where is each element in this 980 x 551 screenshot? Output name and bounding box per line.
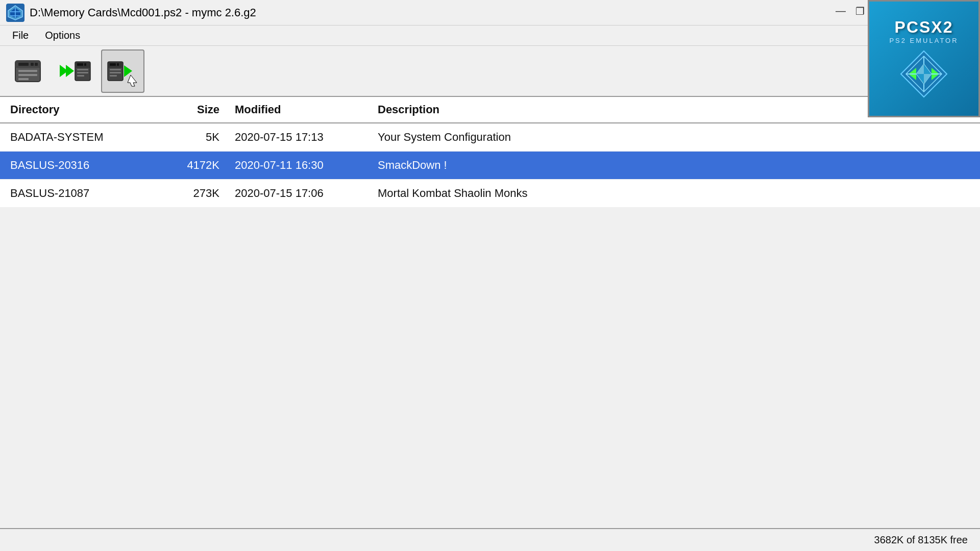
svg-rect-31	[77, 69, 88, 70]
svg-rect-36	[110, 63, 116, 66]
svg-marker-26	[66, 65, 74, 77]
svg-rect-24	[18, 78, 29, 80]
svg-rect-30	[84, 63, 86, 66]
table-body: BADATA-SYSTEM 5K 2020-07-15 17:13 Your S…	[0, 123, 980, 208]
row-modified: 2020-07-15 17:13	[235, 131, 378, 144]
pcsx2-title: PCSX2	[895, 18, 953, 37]
svg-rect-33	[77, 75, 84, 77]
col-header-modified: Modified	[235, 103, 378, 116]
col-header-directory: Directory	[10, 103, 174, 116]
row-description: SmackDown !	[378, 159, 970, 172]
restore-button[interactable]: ❐	[852, 5, 868, 17]
free-space-label: 3682K of 8135K free	[874, 534, 968, 546]
svg-rect-39	[110, 72, 121, 73]
table-headers: Directory Size Modified Description	[0, 97, 980, 123]
export-save-button[interactable]	[101, 49, 144, 93]
menu-bar: File Options	[0, 26, 980, 46]
svg-rect-38	[110, 69, 121, 70]
svg-rect-21	[35, 63, 38, 66]
export-icon	[106, 55, 139, 88]
svg-rect-32	[77, 72, 88, 73]
row-modified: 2020-07-15 17:06	[235, 187, 378, 200]
row-directory: BASLUS-20316	[10, 159, 174, 172]
row-directory: BADATA-SYSTEM	[10, 131, 174, 144]
row-description: Your System Configuration	[378, 131, 970, 144]
row-size: 4172K	[174, 159, 235, 172]
pcsx2-subtitle: PS2 EMULATOR	[889, 37, 958, 44]
table-row[interactable]: BASLUS-20316 4172K 2020-07-11 16:30 Smac…	[0, 152, 980, 180]
table-row[interactable]: BADATA-SYSTEM 5K 2020-07-15 17:13 Your S…	[0, 123, 980, 152]
window-title: D:\Memory Cards\Mcd001.ps2 - mymc 2.6.g2	[30, 6, 974, 19]
import-save-button[interactable]	[54, 49, 97, 93]
minimize-button[interactable]: —	[833, 5, 848, 17]
svg-rect-19	[18, 63, 29, 66]
svg-rect-23	[18, 74, 37, 76]
row-modified: 2020-07-11 16:30	[235, 159, 378, 172]
svg-rect-40	[110, 75, 117, 77]
row-size: 5K	[174, 131, 235, 144]
row-size: 273K	[174, 187, 235, 200]
file-menu[interactable]: File	[4, 28, 37, 43]
pcsx2-logo: PCSX2 PS2 EMULATOR	[868, 0, 980, 117]
status-bar: 3682K of 8135K free	[0, 528, 980, 551]
window-controls[interactable]: — ❐	[833, 5, 868, 17]
open-memcard-button[interactable]	[6, 49, 50, 93]
pcsx2-diamond-icon	[898, 48, 949, 99]
toolbar	[0, 46, 980, 97]
svg-marker-42	[128, 75, 137, 86]
svg-rect-20	[31, 63, 34, 66]
import-icon	[59, 55, 92, 88]
title-bar: D:\Memory Cards\Mcd001.ps2 - mymc 2.6.g2…	[0, 0, 980, 26]
app-icon	[6, 4, 24, 22]
table-row[interactable]: BASLUS-21087 273K 2020-07-15 17:06 Morta…	[0, 180, 980, 208]
row-description: Mortal Kombat Shaolin Monks	[378, 187, 970, 200]
options-menu[interactable]: Options	[37, 28, 88, 43]
col-header-size: Size	[174, 103, 235, 116]
svg-rect-22	[18, 70, 37, 72]
row-directory: BASLUS-21087	[10, 187, 174, 200]
memcard-icon	[11, 55, 44, 88]
svg-rect-29	[77, 63, 83, 66]
svg-rect-37	[117, 63, 119, 66]
